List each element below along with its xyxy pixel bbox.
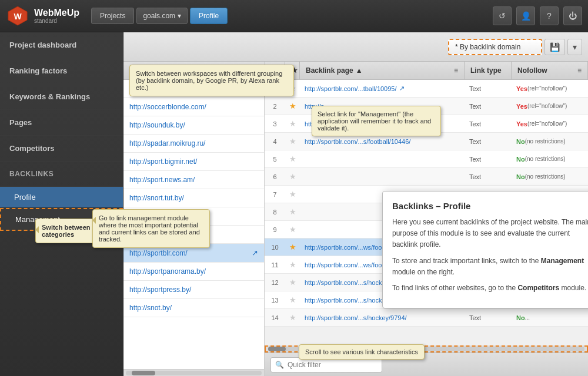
cell-num: 7 [265, 188, 285, 201]
star-icon[interactable]: ★ [289, 243, 296, 251]
sidebar-sub-profile[interactable]: Profile [0, 187, 123, 208]
cell-linktype: Text [465, 153, 512, 166]
nofollow-detail: ... [525, 314, 530, 321]
refresh-button[interactable]: ↺ [493, 6, 512, 25]
star-icon[interactable]: ★ [289, 119, 296, 128]
cell-linktype: Text [465, 100, 512, 113]
workspace-select[interactable]: * By backlink domain [448, 39, 542, 55]
cell-star[interactable]: ★ [285, 222, 300, 237]
left-panel-item[interactable]: http://snort.tut.by/ [123, 189, 264, 207]
external-link-icon[interactable]: ↗ [252, 249, 258, 257]
cell-star[interactable]: ★ [285, 310, 300, 325]
app-header: W WebMeUp standard Projects goals.com ▾ … [0, 0, 588, 32]
star-icon[interactable]: ★ [289, 225, 296, 234]
workspace-area: * By backlink domain 💾 ▾ [448, 39, 582, 55]
left-panel-item[interactable]: http://sport.news.am/ [123, 171, 264, 189]
cell-backlink-page: http://sportblr.com/...s/hockey/9794/ [300, 311, 465, 324]
tooltip-workspace: Switch between workspaces with different… [129, 65, 294, 96]
cell-star[interactable]: ★ [285, 257, 300, 272]
modal-para-2: To store and track important links, swit… [392, 256, 588, 278]
more-button[interactable]: ▾ [567, 39, 582, 55]
cell-backlink-page [300, 174, 465, 180]
nofollow-no: No [516, 156, 525, 163]
power-button[interactable]: ⏻ [563, 6, 582, 25]
sort-asc-icon[interactable]: ▲ [356, 66, 363, 75]
cell-num: 6 [265, 170, 285, 183]
cell-linktype: Text [465, 82, 512, 95]
user-button[interactable]: 👤 [516, 6, 535, 25]
right-scroll-thumb [268, 347, 286, 351]
sidebar-item-keywords-rankings[interactable]: Keywords & Rankings [0, 84, 123, 110]
star-icon[interactable]: ★ [289, 313, 296, 322]
content-toolbar: Switch between workspaces with different… [123, 32, 588, 62]
cell-star[interactable]: ★ [285, 293, 300, 307]
domain-dropdown[interactable]: goals.com ▾ [136, 8, 188, 24]
sidebar-item-ranking-factors[interactable]: Ranking factors [0, 58, 123, 84]
left-panel-item[interactable]: http://soccerblonde.com/ [123, 98, 264, 116]
projects-button[interactable]: Projects [91, 8, 134, 24]
profile-button[interactable]: Profile [190, 8, 228, 24]
sidebar-item-pages[interactable]: Pages Switch between link categories [0, 110, 123, 136]
filter-col-icon[interactable]: ≡ [454, 66, 458, 75]
cell-num: 2 [265, 100, 285, 113]
help-button[interactable]: ? [540, 6, 559, 25]
cell-num: 13 [265, 294, 285, 307]
star-icon[interactable]: ★ [289, 137, 296, 146]
nofollow-filter-icon[interactable]: ≡ [577, 66, 582, 75]
cell-linktype: Text [465, 311, 512, 324]
cell-num: 8 [265, 206, 285, 219]
star-icon[interactable]: ★ [289, 155, 296, 163]
modal-para-3: To find links of other websites, go to t… [392, 283, 588, 294]
cell-star[interactable]: ★ [285, 99, 300, 113]
cell-star[interactable]: ★ [285, 187, 300, 202]
left-panel-item[interactable]: http://sounduk.by/ [123, 116, 264, 135]
cell-num: 5 [265, 153, 285, 166]
nofollow-detail: (rel="nofollow") [527, 120, 567, 127]
domain-link: http://spadar.moikrug.ru/ [129, 139, 205, 147]
cell-nofollow: Yes (rel="nofollow") [512, 82, 588, 95]
cell-nofollow: Yes (rel="nofollow") [512, 100, 588, 113]
col-header-nofollow: Nofollow ≡ [512, 62, 588, 79]
profile-modal: Backlinks – Profile Here you see current… [382, 191, 588, 308]
sidebar-item-competitors[interactable]: Competitors [0, 136, 123, 162]
sidebar-item-backlinks[interactable]: Backlinks [0, 162, 123, 187]
table-row: 6 ★ Text No (no restrictions) [265, 168, 588, 186]
star-icon[interactable]: ★ [289, 278, 296, 287]
left-panel-item[interactable]: http://sport.bigmir.net/ [123, 153, 264, 171]
cell-star[interactable]: ★ [285, 240, 300, 254]
logo-icon: W [6, 4, 29, 28]
star-icon[interactable]: ★ [289, 102, 296, 110]
left-panel-item[interactable]: http://spadar.moikrug.ru/ [123, 135, 264, 153]
left-horiz-scroll[interactable] [123, 369, 264, 376]
cell-backlink-page: http://sportblr.com/...tball/10095/ ↗ [300, 82, 465, 95]
domain-link: http://sportpanorama.by/ [129, 267, 206, 276]
sidebar-item-project-dashboard[interactable]: Project dashboard [0, 32, 123, 58]
header-right: ↺ 👤 ? ⏻ [493, 6, 582, 25]
left-panel-item[interactable]: http://sportpress.by/ [123, 281, 264, 299]
cell-num: 4 [265, 135, 285, 148]
cell-star[interactable]: ★ [285, 204, 300, 219]
domain-label: goals.com [143, 12, 175, 20]
star-icon[interactable]: ★ [289, 207, 296, 216]
backlink-url[interactable]: http://sportblr.com/...s/hockey/9794/ [305, 314, 407, 321]
star-icon[interactable]: ★ [289, 260, 296, 269]
cell-star[interactable]: ★ [285, 134, 300, 149]
backlink-url[interactable]: http://sportblr.com/...s/football/10446/ [305, 138, 410, 145]
left-panel-item[interactable]: http://sportpanorama.by/ [123, 263, 264, 281]
cell-star[interactable]: ★ [285, 152, 300, 166]
star-icon[interactable]: ★ [289, 172, 296, 181]
star-icon[interactable]: ★ [289, 296, 296, 304]
left-panel-item[interactable]: http://snot.by/ [123, 299, 264, 317]
backlink-url[interactable]: http://sportblr.com/...tball/10095/ [305, 85, 397, 92]
save-button[interactable]: 💾 [544, 39, 565, 55]
cell-star[interactable]: ★ [285, 169, 300, 184]
cell-star[interactable]: ★ [285, 116, 300, 131]
app-name: WebMeUp [34, 8, 79, 18]
cell-num: 14 [265, 311, 285, 324]
tooltip-management: Go to link management module where the m… [92, 209, 210, 248]
domain-link: http://snot.by/ [129, 304, 172, 312]
logo: W WebMeUp standard [6, 4, 79, 28]
cell-linktype: Text [465, 118, 512, 130]
cell-star[interactable]: ★ [285, 275, 300, 290]
star-icon[interactable]: ★ [289, 190, 296, 199]
